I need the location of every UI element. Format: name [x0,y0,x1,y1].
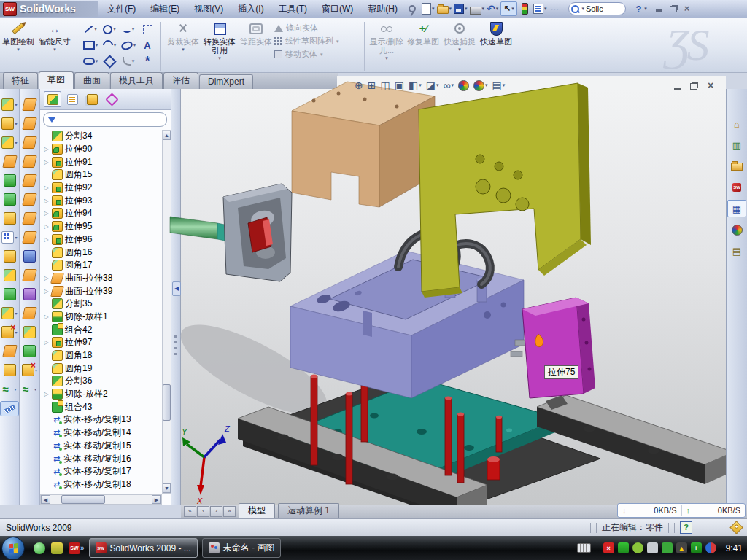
view-orientation-icon[interactable]: ◧▾ [409,79,422,91]
keyboard-layout-icon[interactable] [577,543,591,553]
taskbar-window-paint[interactable]: 未命名 - 画图 [202,538,282,558]
zoom-fit-icon[interactable]: ⊕ [355,79,363,91]
tree-item[interactable]: ▷拉伸96 [42,233,161,246]
options-button[interactable]: ▾ [533,2,547,15]
dropdown-caret-icon[interactable]: ▾ [14,386,16,392]
zoom-area-icon[interactable]: ⊞ [368,79,376,91]
scroll-left-button[interactable]: ◀ [41,495,50,504]
features-tool-button-12[interactable]: ▾ [1,325,18,339]
tree-item[interactable]: 实体-移动/复制13 [42,413,161,427]
apply-scene-icon[interactable]: ▾ [473,80,488,91]
design-library-button[interactable] [727,158,746,175]
menu-item-2[interactable]: 视图(V) [194,3,223,15]
features-tool-button-11[interactable]: ▾ [1,306,18,320]
tree-item[interactable]: ▷拉伸95 [42,220,161,233]
features-tool-button-6[interactable] [1,211,18,225]
arc-tool[interactable]: ▾ [100,37,119,53]
tree-item[interactable]: ▷拉伸90 [42,143,161,156]
edit-appearance-icon[interactable] [458,80,469,91]
select-button[interactable]: ↖▾ [500,1,517,16]
surfaces-tool-button-6[interactable] [21,211,39,225]
expand-arrow-icon[interactable]: ▷ [43,236,50,243]
solidworks-quick-launch-icon[interactable]: SW [69,542,80,554]
network-warning-icon[interactable]: ▲ [676,542,687,553]
surfaces-tool-button-14[interactable]: ▾ [21,363,39,377]
trim-entities-button[interactable]: 剪裁实体▾ [166,20,201,52]
dropdown-caret-icon[interactable]: ▾ [15,121,17,126]
tree-item[interactable]: 分割34 [42,130,161,143]
tree-item[interactable]: 分割36 [42,375,161,388]
panel-collapse-arrow[interactable]: ◀ [172,281,181,296]
doc-minimize-button[interactable] [672,80,682,90]
linear-sketch-pattern-button[interactable]: 线性草图阵列▾ [274,36,360,47]
configuration-manager-tab[interactable] [83,91,101,107]
tree-item[interactable]: 圆角17 [42,259,161,272]
undo-button[interactable]: ↶▾ [487,2,498,15]
tree-item[interactable]: ▷拉伸94 [42,207,161,220]
expand-arrow-icon[interactable]: ▷ [43,391,50,397]
tree-item[interactable]: ▷拉伸92 [42,182,161,195]
surfaces-tool-button-4[interactable] [21,174,39,187]
features-tool-button-9[interactable] [1,268,18,282]
surfaces-tool-button-3[interactable] [21,155,39,168]
surfaces-tool-button-5[interactable] [21,192,39,206]
custom-properties-button[interactable]: ▤ [727,242,746,260]
display-style-icon[interactable]: ◪▾ [426,79,439,91]
vertical-scroll-thumb[interactable] [163,384,171,421]
tag-icon[interactable] [729,521,743,534]
selection-marquee-tool[interactable] [138,21,157,37]
expand-arrow-icon[interactable]: ▷ [43,275,50,281]
close-button[interactable]: × [684,2,690,15]
menu-item-6[interactable]: 帮助(H) [368,3,398,15]
expand-arrow-icon[interactable]: ▷ [43,198,50,204]
tree-item[interactable]: ▷拉伸91 [42,155,161,168]
tree-item[interactable]: ▷切除-放样2 [42,388,161,401]
search-input[interactable]: ▾ Solic [568,2,626,15]
menu-item-5[interactable]: 窗口(W) [322,3,353,15]
red-shield-icon[interactable]: × [603,542,614,553]
features-tool-button-16[interactable] [0,401,19,416]
speaker-icon[interactable] [647,542,658,553]
dropdown-caret-icon[interactable]: ▾ [15,140,17,145]
display-delete-relations-button[interactable]: 显示/删除几...▾ [369,20,404,61]
ellipse-tool[interactable]: ▾ [119,37,138,53]
dropdown-caret-icon[interactable]: ▾ [34,386,36,392]
repair-sketch-button[interactable]: +∕ 修复草图 [406,20,441,46]
tree-item[interactable]: 实体-移动/复制14 [42,427,161,440]
pin-icon[interactable] [408,2,419,15]
model-tab-nav-button-0[interactable]: « [184,506,196,517]
features-tool-button-0[interactable]: ▾ [1,98,18,112]
features-tool-button-2[interactable]: ▾ [1,136,18,149]
dimxpert-manager-tab[interactable] [103,91,120,107]
print-button[interactable]: ▾ [470,2,485,15]
doc-close-button[interactable]: × [705,80,716,90]
media-quick-launch-icon[interactable] [51,542,63,554]
features-tool-button-15[interactable]: ▾ [1,382,18,396]
tab-motion-study[interactable]: 运动算例 1 [278,503,339,518]
sketch-button[interactable]: 草图绘制▾ [1,20,36,52]
horizontal-scroll-thumb[interactable] [61,495,105,504]
slot-tool[interactable]: ▾ [81,53,100,69]
line-tool[interactable]: ▾ [81,21,100,37]
scroll-right-button[interactable]: ▶ [152,495,161,504]
messenger-quick-launch-icon[interactable] [34,542,45,554]
tree-item[interactable]: 圆角18 [42,349,161,362]
restore-button[interactable] [670,6,677,12]
feature-manager-tab[interactable] [44,91,61,107]
minimize-button[interactable] [656,9,662,12]
surfaces-tool-button-12[interactable] [21,325,39,339]
expand-arrow-icon[interactable]: ▷ [43,288,50,295]
features-tool-button-13[interactable] [1,344,18,358]
clock-badge-icon[interactable] [632,542,643,553]
spline-tool[interactable]: ▾ [119,21,138,37]
green-shield-icon[interactable] [618,542,629,553]
home-button[interactable]: ⌂ [727,115,746,133]
ribbon-tab-2[interactable]: 曲面 [74,72,109,89]
features-tool-button-1[interactable]: ▾ [1,117,18,131]
surfaces-tool-button-8[interactable] [21,249,39,263]
menu-item-3[interactable]: 插入(I) [238,3,263,15]
tree-horizontal-scrollbar[interactable]: ◀ ▶ [40,494,162,505]
tree-item[interactable]: ▷拉伸93 [42,194,161,207]
features-tool-button-4[interactable] [1,174,18,187]
menu-item-1[interactable]: 编辑(E) [150,3,179,15]
